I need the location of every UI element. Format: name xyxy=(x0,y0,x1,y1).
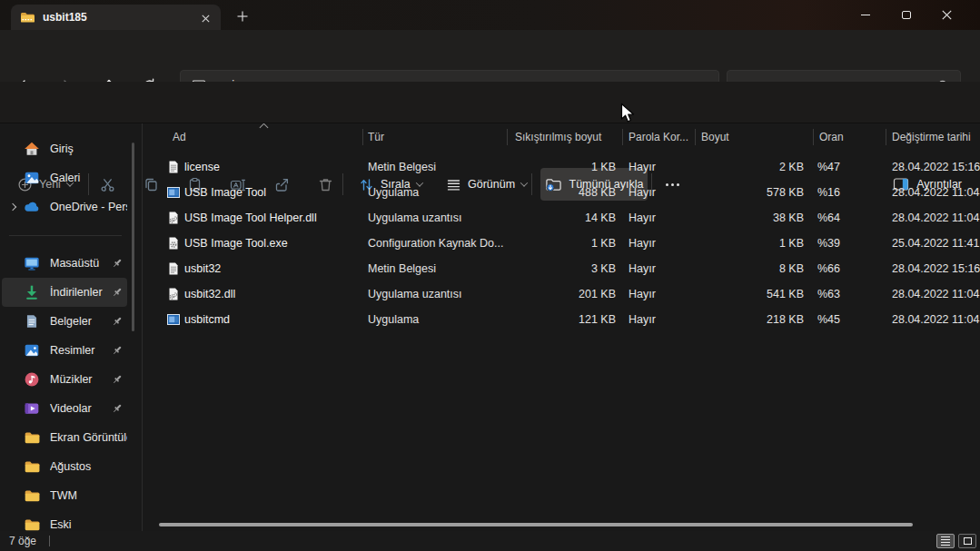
sidebar-item-agustos-folder[interactable]: Ağustos xyxy=(2,452,127,481)
file-compressed-size: 488 KB xyxy=(488,186,616,199)
sidebar-item-gallery[interactable]: Galeri xyxy=(2,163,127,192)
file-size: 8 KB xyxy=(724,262,804,275)
column-header-ratio[interactable]: Oran xyxy=(819,131,844,143)
file-compressed-size: 1 KB xyxy=(488,161,616,173)
file-password-protected: Hayır xyxy=(629,237,656,250)
sidebar-item-label: Galeri xyxy=(50,172,127,184)
plus-icon xyxy=(237,11,248,22)
column-resize-handle[interactable] xyxy=(362,129,363,145)
sidebar-item-eski-folder[interactable]: Eski xyxy=(2,510,127,531)
file-modified-date: 25.04.2022 11:41 xyxy=(892,237,979,250)
column-headers: Ad Tür Sıkıştırılmış boyut Parola Kor...… xyxy=(143,123,980,151)
file-name: USB Image Tool Helper.dll xyxy=(184,212,317,224)
column-resize-handle[interactable] xyxy=(695,129,696,145)
sidebar-item-music[interactable]: Müzikler xyxy=(2,365,127,394)
file-compressed-size: 14 KB xyxy=(488,212,616,224)
home-icon xyxy=(24,141,40,157)
column-resize-handle[interactable] xyxy=(622,129,623,145)
sidebar-item-label: Eski xyxy=(50,518,127,531)
onedrive-icon xyxy=(24,199,40,215)
sidebar-item-label: OneDrive - Pers xyxy=(50,201,127,213)
sidebar-item-videos[interactable]: Videolar xyxy=(2,394,127,423)
maximize-button[interactable] xyxy=(886,0,926,30)
file-size: 541 KB xyxy=(724,288,804,300)
sidebar-item-label: Ağustos xyxy=(50,460,127,473)
file-row[interactable]: USB Image Tool Helper.dll Uygulama uzant… xyxy=(143,205,980,231)
details-view-icon xyxy=(941,536,950,546)
file-password-protected: Hayır xyxy=(629,313,656,326)
sidebar-item-desktop[interactable]: Masaüstü xyxy=(2,249,127,278)
pin-icon xyxy=(111,373,124,386)
new-tab-button[interactable] xyxy=(233,7,252,25)
file-row[interactable]: usbit32.dll Uygulama uzantısı 201 KB Hay… xyxy=(143,281,980,307)
sidebar-item-onedrive[interactable]: OneDrive - Pers xyxy=(2,192,127,221)
dll-file-icon xyxy=(166,211,181,225)
file-type: Uygulama uzantısı xyxy=(368,288,462,300)
file-ratio: %39 xyxy=(817,237,840,250)
minimize-icon xyxy=(861,15,870,15)
zip-folder-icon xyxy=(20,10,35,25)
large-icons-view-button[interactable] xyxy=(958,534,976,548)
folder-icon xyxy=(24,458,40,475)
pin-icon xyxy=(111,286,124,299)
close-icon xyxy=(202,15,210,23)
column-header-compressed[interactable]: Sıkıştırılmış boyut xyxy=(515,131,601,143)
column-header-modified[interactable]: Değiştirme tarihi xyxy=(892,131,971,143)
details-view-button[interactable] xyxy=(936,534,955,548)
status-divider xyxy=(49,536,50,546)
file-name: usbitcmd xyxy=(184,313,230,326)
column-header-name[interactable]: Ad xyxy=(173,131,186,143)
sort-ascending-caret xyxy=(260,123,269,132)
pictures-icon xyxy=(24,342,40,359)
file-ratio: %66 xyxy=(817,262,840,275)
pin-icon xyxy=(111,315,124,328)
tab-close-button[interactable] xyxy=(198,11,213,25)
file-modified-date: 28.04.2022 11:04 xyxy=(892,288,979,300)
column-header-type[interactable]: Tür xyxy=(368,131,384,143)
file-modified-date: 28.04.2022 15:16 xyxy=(892,262,980,275)
file-row[interactable]: usbitcmd Uygulama 121 KB Hayır 218 KB %4… xyxy=(143,307,980,332)
close-icon xyxy=(942,10,952,20)
file-compressed-size: 3 KB xyxy=(488,262,616,275)
file-row[interactable]: USB Image Tool Uygulama 488 KB Hayır 578… xyxy=(143,180,980,205)
close-window-button[interactable] xyxy=(926,0,967,30)
sidebar-item-documents[interactable]: Belgeler xyxy=(2,307,127,336)
file-size: 1 KB xyxy=(724,237,804,250)
file-row[interactable]: USB Image Tool.exe Configuration Kaynak … xyxy=(143,231,980,256)
file-modified-date: 28.04.2022 11:04 xyxy=(892,212,979,224)
file-type: Uygulama xyxy=(368,313,419,326)
sidebar-item-home[interactable]: Giriş xyxy=(2,134,127,163)
sidebar-item-downloads[interactable]: İndirilenler xyxy=(2,278,127,307)
column-header-size[interactable]: Boyut xyxy=(701,131,729,143)
title-bar: usbit185 xyxy=(0,0,980,30)
explorer-tab[interactable]: usbit185 xyxy=(11,5,221,30)
pin-icon xyxy=(111,257,124,270)
mouse-cursor xyxy=(620,103,637,124)
folder-icon xyxy=(24,517,40,531)
horizontal-scrollbar[interactable] xyxy=(159,523,913,526)
dll-file-icon xyxy=(166,287,181,301)
file-compressed-size: 1 KB xyxy=(488,237,616,250)
sidebar-item-screenshots-folder[interactable]: Ekran Görüntüle xyxy=(2,423,127,452)
minimize-button[interactable] xyxy=(845,0,886,30)
column-header-password[interactable]: Parola Kor... xyxy=(629,131,688,143)
column-resize-handle[interactable] xyxy=(886,129,886,145)
sidebar-item-twm-folder[interactable]: TWM xyxy=(2,481,127,510)
sidebar-item-label: TWM xyxy=(50,489,127,502)
expand-chevron-icon[interactable] xyxy=(9,203,16,211)
column-resize-handle[interactable] xyxy=(507,129,508,145)
file-size: 578 KB xyxy=(724,186,804,199)
music-icon xyxy=(24,371,40,388)
gallery-icon xyxy=(24,170,40,186)
sidebar-scrollbar[interactable] xyxy=(132,143,134,331)
column-resize-handle[interactable] xyxy=(813,129,814,145)
file-row[interactable]: usbit32 Metin Belgesi 3 KB Hayır 8 KB %6… xyxy=(143,256,980,281)
file-row[interactable]: license Metin Belgesi 1 KB Hayır 2 KB %4… xyxy=(143,154,980,180)
file-type: Uygulama uzantısı xyxy=(368,212,462,224)
sidebar-item-pictures[interactable]: Resimler xyxy=(2,336,127,365)
file-password-protected: Hayır xyxy=(629,212,656,224)
file-ratio: %45 xyxy=(817,313,840,326)
desktop-icon xyxy=(24,255,40,271)
folder-icon xyxy=(24,429,40,446)
file-ratio: %47 xyxy=(817,161,840,173)
